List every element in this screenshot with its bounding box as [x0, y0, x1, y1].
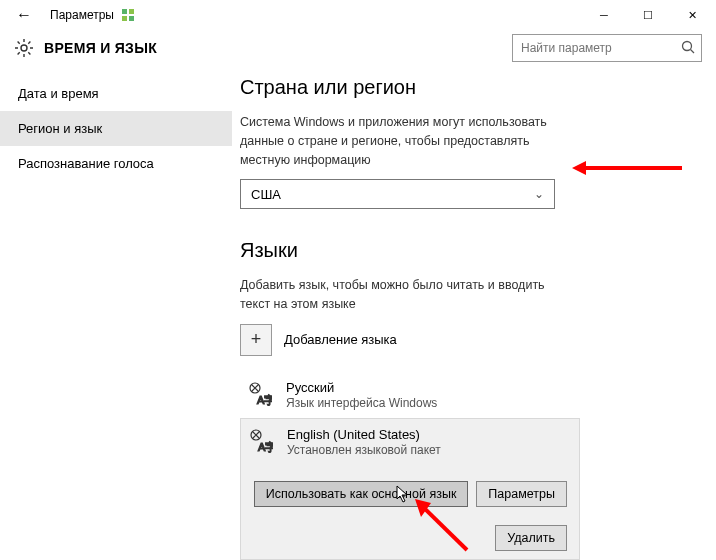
language-sub: Установлен языковой пакет — [287, 443, 441, 457]
sidebar-item-datetime[interactable]: Дата и время — [0, 76, 232, 111]
svg-text:A字: A字 — [257, 394, 272, 406]
plus-icon: + — [240, 324, 272, 356]
gear-icon — [14, 38, 34, 58]
languages-section-title: Языки — [240, 239, 694, 262]
language-icon: A字 — [246, 380, 274, 409]
close-button[interactable]: ✕ — [670, 0, 714, 30]
languages-section-desc: Добавить язык, чтобы можно было читать и… — [240, 276, 555, 314]
add-language-label: Добавление языка — [284, 332, 397, 347]
page-title: ВРЕМЯ И ЯЗЫК — [44, 40, 157, 56]
svg-line-13 — [421, 505, 467, 550]
svg-point-4 — [21, 45, 27, 51]
language-name: English (United States) — [287, 427, 441, 442]
language-sub: Язык интерфейса Windows — [286, 396, 437, 410]
delete-language-button[interactable]: Удалить — [495, 525, 567, 551]
back-button[interactable]: ← — [10, 4, 38, 26]
add-language-button[interactable]: + Добавление языка — [240, 324, 694, 356]
sidebar-item-speech[interactable]: Распознавание голоса — [0, 146, 232, 181]
minimize-button[interactable]: ─ — [582, 0, 626, 30]
search-icon[interactable] — [681, 40, 695, 57]
maximize-button[interactable]: ☐ — [626, 0, 670, 30]
region-section-title: Страна или регион — [240, 76, 694, 99]
window-controls: ─ ☐ ✕ — [582, 0, 714, 30]
annotation-arrow-icon — [572, 158, 682, 178]
language-params-button[interactable]: Параметры — [476, 481, 567, 507]
search-input[interactable] — [512, 34, 702, 62]
svg-marker-8 — [572, 161, 586, 175]
chevron-down-icon: ⌄ — [534, 187, 544, 201]
language-icon: A字 — [247, 427, 275, 456]
header: ВРЕМЯ И ЯЗЫК — [0, 30, 716, 70]
region-dropdown[interactable]: США ⌄ — [240, 179, 555, 209]
sidebar-item-region-lang[interactable]: Регион и язык — [0, 111, 232, 146]
region-section-desc: Система Windows и приложения могут испол… — [240, 113, 555, 169]
svg-point-5 — [683, 42, 692, 51]
svg-rect-1 — [129, 9, 134, 14]
sidebar: Дата и время Регион и язык Распознавание… — [0, 70, 232, 560]
svg-text:A字: A字 — [258, 441, 273, 453]
annotation-arrow-icon — [407, 495, 477, 555]
language-name: Русский — [286, 380, 437, 395]
titlebar: ← Параметры ─ ☐ ✕ — [0, 0, 716, 30]
svg-rect-3 — [129, 16, 134, 21]
region-selected-value: США — [251, 187, 281, 202]
window-title: Параметры — [50, 8, 114, 22]
svg-rect-0 — [122, 9, 127, 14]
svg-line-6 — [691, 50, 695, 54]
content: Страна или регион Система Windows и прил… — [232, 70, 716, 560]
app-icon — [120, 7, 136, 23]
svg-rect-2 — [122, 16, 127, 21]
language-item-russian[interactable]: A字 Русский Язык интерфейса Windows — [240, 372, 694, 418]
